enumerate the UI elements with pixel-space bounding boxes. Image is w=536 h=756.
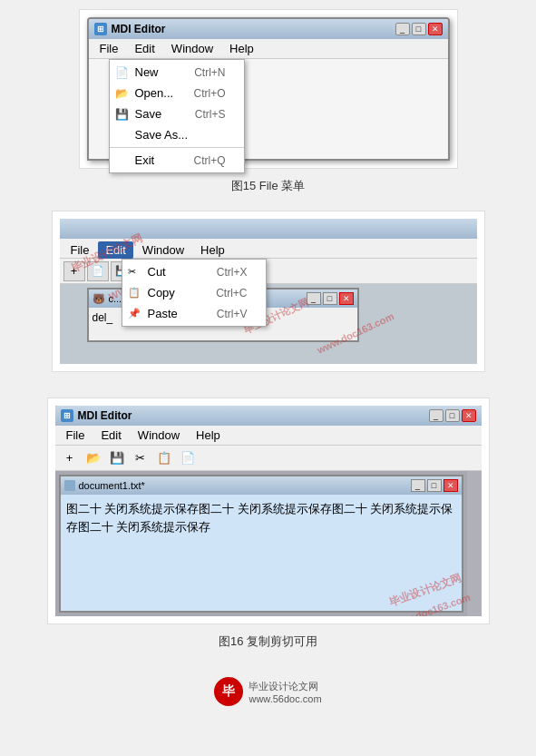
cut-icon-3: ✂ bbox=[135, 451, 145, 465]
copy-shortcut: Ctrl+C bbox=[198, 287, 247, 299]
menu-item-save[interactable]: 💾 Save Ctrl+S bbox=[110, 103, 244, 124]
doc-min[interactable]: _ bbox=[411, 479, 425, 492]
inner-close-2[interactable]: ✕ bbox=[339, 292, 354, 305]
maximize-btn-3[interactable]: □ bbox=[445, 409, 460, 422]
add-icon-3: + bbox=[66, 451, 73, 465]
exit-label: Exit bbox=[135, 153, 155, 167]
caption-3: 图16 复制剪切可用 bbox=[219, 633, 317, 650]
section2: File Edit Window Help + 📄 💾 ✂ 📋 📄 🐻 c... bbox=[0, 211, 536, 388]
scrollbar-area[interactable] bbox=[467, 471, 482, 616]
bg-menubar: File Edit Window Help bbox=[60, 239, 477, 259]
win3-container: ⊞ MDI Editor _ □ ✕ File Edit Window Help… bbox=[55, 406, 482, 616]
window-title-3: MDI Editor bbox=[78, 409, 132, 422]
mdi-editor-window-1: ⊞ MDI Editor _ □ ✕ File Edit Window Help bbox=[87, 17, 450, 161]
new-shortcut: Ctrl+N bbox=[176, 66, 225, 79]
tb-cut-3[interactable]: ✂ bbox=[130, 448, 151, 468]
window-body-1: 📄 New Ctrl+N 📂 Open... Ctrl+O 💾 Save Ctr… bbox=[89, 59, 448, 159]
menu-item-open[interactable]: 📂 Open... Ctrl+O bbox=[110, 83, 244, 103]
doc-max[interactable]: □ bbox=[427, 479, 442, 492]
maximize-button-1[interactable]: □ bbox=[412, 23, 426, 35]
file-dropdown-menu: 📄 New Ctrl+N 📂 Open... Ctrl+O 💾 Save Ctr… bbox=[109, 59, 245, 173]
saveas-label: Save As... bbox=[135, 128, 189, 142]
tb-save-3[interactable]: 💾 bbox=[106, 448, 128, 468]
inner-controls-2: _ □ ✕ bbox=[307, 292, 354, 305]
screenshot1-frame: ⊞ MDI Editor _ □ ✕ File Edit Window Help bbox=[79, 9, 458, 169]
cut-shortcut: Ctrl+X bbox=[199, 266, 248, 279]
tb-copy-3[interactable]: 📋 bbox=[153, 448, 175, 468]
bg-menu-window: Window bbox=[135, 241, 191, 259]
open-shortcut: Ctrl+O bbox=[175, 87, 225, 100]
menu3-help[interactable]: Help bbox=[189, 427, 228, 444]
paste-label: Paste bbox=[148, 307, 178, 320]
menu3-file[interactable]: File bbox=[59, 427, 93, 444]
inner-max-2[interactable]: □ bbox=[323, 292, 337, 305]
edit-dropdown-menu: ✂ Cut Ctrl+X 📋 Copy Ctrl+C 📌 Paste Ctrl+… bbox=[122, 259, 267, 327]
win-controls-3: _ □ ✕ bbox=[429, 409, 476, 422]
save-shortcut: Ctrl+S bbox=[177, 108, 226, 121]
doc-title: document1.txt* bbox=[79, 480, 145, 491]
logo-url: www.56doc.com bbox=[249, 693, 321, 704]
bg-toolbar-btn1: + bbox=[63, 261, 85, 281]
open-label: Open... bbox=[135, 86, 174, 100]
minimize-btn-3[interactable]: _ bbox=[429, 409, 443, 422]
menu3-edit[interactable]: Edit bbox=[93, 427, 128, 444]
mdi-client-area: document1.txt* _ □ ✕ 图二十 关闭系统提示保存图二十 关闭系… bbox=[55, 471, 482, 616]
menu-item-exit[interactable]: Exit Ctrl+Q bbox=[110, 150, 244, 171]
copy-icon-3: 📋 bbox=[157, 451, 171, 465]
copy-label: Copy bbox=[148, 286, 175, 299]
menubar-1: File Edit Window Help bbox=[89, 39, 448, 59]
section3: ⊞ MDI Editor _ □ ✕ File Edit Window Help… bbox=[0, 398, 536, 657]
menu-item-cut[interactable]: ✂ Cut Ctrl+X bbox=[122, 261, 266, 282]
menu-help-1[interactable]: Help bbox=[222, 40, 261, 57]
blurred-bg-area: File Edit Window Help + 📄 💾 ✂ 📋 📄 🐻 c... bbox=[60, 219, 477, 364]
cut-label: Cut bbox=[148, 265, 166, 279]
exit-shortcut: Ctrl+Q bbox=[175, 154, 225, 167]
doc-close[interactable]: ✕ bbox=[443, 479, 458, 492]
menu-item-new[interactable]: 📄 New Ctrl+N bbox=[110, 62, 244, 83]
close-button-1[interactable]: ✕ bbox=[428, 23, 443, 35]
doc-window: document1.txt* _ □ ✕ 图二十 关闭系统提示保存图二十 关闭系… bbox=[59, 475, 463, 613]
inner-min-2[interactable]: _ bbox=[307, 292, 321, 305]
menu-file-1[interactable]: File bbox=[93, 40, 126, 57]
menu3-window[interactable]: Window bbox=[131, 427, 187, 444]
menu-item-saveas[interactable]: Save As... bbox=[110, 124, 244, 145]
app-icon-1: ⊞ bbox=[94, 23, 107, 35]
doc-icon bbox=[64, 480, 75, 491]
app-icon-3: ⊞ bbox=[61, 409, 73, 422]
bottom-logo: 毕 毕业设计论文网 www.56doc.com bbox=[214, 677, 321, 706]
menu-window-1[interactable]: Window bbox=[164, 40, 220, 57]
tb-paste-3[interactable]: 📄 bbox=[177, 448, 199, 468]
inner-title-icon-2: 🐻 bbox=[93, 293, 105, 305]
save-icon-3: 💾 bbox=[110, 451, 124, 465]
menu-edit-1[interactable]: Edit bbox=[127, 40, 161, 57]
paste-icon-3: 📄 bbox=[180, 451, 195, 465]
open-icon-3: 📂 bbox=[86, 451, 101, 465]
logo-icon: 毕 bbox=[214, 677, 243, 706]
window-title-1: MDI Editor bbox=[112, 23, 166, 35]
menu-separator-1 bbox=[110, 147, 244, 148]
paste-shortcut: Ctrl+V bbox=[199, 308, 248, 320]
titlebar-1: ⊞ MDI Editor _ □ ✕ bbox=[89, 19, 448, 39]
save-label: Save bbox=[135, 107, 162, 121]
screenshot3-frame: ⊞ MDI Editor _ □ ✕ File Edit Window Help… bbox=[47, 398, 490, 624]
doc-content-area: 图二十 关闭系统提示保存图二十 关闭系统提示保存图二十 关闭系统提示保存图二十 … bbox=[61, 495, 462, 611]
titlebar-3: ⊞ MDI Editor _ □ ✕ bbox=[55, 406, 482, 426]
close-btn-3[interactable]: ✕ bbox=[462, 409, 476, 422]
logo-info: 毕业设计论文网 www.56doc.com bbox=[249, 680, 321, 704]
logo-site-name: 毕业设计论文网 bbox=[249, 680, 321, 693]
caption-1: 图15 File 菜单 bbox=[231, 178, 306, 194]
bg-menu-help: Help bbox=[193, 241, 232, 259]
menubar-3: File Edit Window Help bbox=[55, 426, 482, 446]
minimize-button-1[interactable]: _ bbox=[395, 23, 410, 35]
doc-controls: _ □ ✕ bbox=[411, 479, 458, 492]
new-label: New bbox=[135, 65, 159, 79]
tb-add-3[interactable]: + bbox=[59, 448, 81, 468]
screenshot2-frame: File Edit Window Help + 📄 💾 ✂ 📋 📄 🐻 c... bbox=[52, 211, 485, 372]
tb-open-3[interactable]: 📂 bbox=[83, 448, 104, 468]
win-controls-1: _ □ ✕ bbox=[395, 23, 443, 35]
menu-item-paste[interactable]: 📌 Paste Ctrl+V bbox=[122, 303, 266, 324]
bg-menu-edit-active: Edit bbox=[98, 241, 132, 259]
menu-item-copy[interactable]: 📋 Copy Ctrl+C bbox=[122, 282, 266, 303]
doc-titlebar: document1.txt* _ □ ✕ bbox=[61, 476, 462, 495]
bg-titlebar bbox=[60, 219, 477, 239]
